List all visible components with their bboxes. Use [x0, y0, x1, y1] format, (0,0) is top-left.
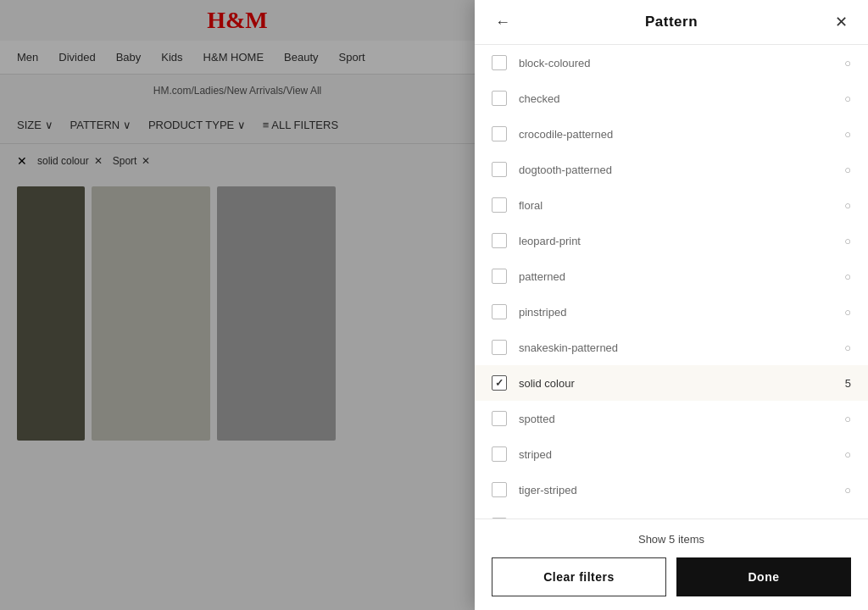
background-page: H&M Men Divided Baby Kids H&M HOME Beaut…	[0, 0, 475, 610]
filter-count: ○	[844, 57, 851, 69]
checkmark-icon: ✓	[495, 377, 504, 389]
back-button[interactable]: ←	[488, 10, 517, 35]
filter-count: ○	[844, 413, 851, 425]
filter-label: tiger-striped	[519, 484, 844, 496]
product-image-2	[92, 186, 210, 441]
close-icon-1: ✕	[17, 154, 27, 168]
hm-logo: H&M	[0, 0, 475, 41]
nav-beauty: Beauty	[284, 51, 318, 64]
list-item[interactable]: crocodile-patterned ○	[475, 116, 868, 152]
nav-hm-home: H&M HOME	[203, 51, 264, 64]
filter-count: ○	[844, 484, 851, 496]
filter-label: patterned	[519, 270, 844, 283]
checkbox-snakeskin[interactable]	[492, 340, 507, 355]
list-item[interactable]: snakeskin-patterned ○	[475, 330, 868, 365]
product-image-1	[17, 186, 85, 441]
close-button[interactable]: ✕	[828, 9, 854, 35]
filter-count: ○	[844, 128, 851, 141]
done-button[interactable]: Done	[676, 557, 851, 596]
product-images	[0, 178, 475, 449]
filter-count: ○	[844, 306, 851, 319]
nav-bar: Men Divided Baby Kids H&M HOME Beauty Sp…	[0, 41, 475, 75]
checkbox-floral[interactable]	[492, 197, 507, 213]
filter-label: checked	[519, 92, 844, 105]
filter-count: ○	[844, 164, 851, 176]
checkbox-solid-colour[interactable]: ✓	[492, 375, 507, 391]
checkbox-spotted[interactable]	[492, 411, 507, 426]
breadcrumb: HM.com/Ladies/New Arrivals/View All	[0, 75, 475, 107]
checkbox-dogtooth[interactable]	[492, 162, 507, 177]
filter-label: solid colour	[519, 377, 845, 390]
list-item[interactable]: pinstriped ○	[475, 294, 868, 330]
filter-count: 5	[845, 377, 851, 390]
list-item[interactable]: patterned ○	[475, 258, 868, 294]
pattern-list: block-coloured ○ checked ○ crocodile-pat…	[475, 45, 868, 518]
filter-label: block-coloured	[519, 57, 844, 69]
filter-count: ○	[844, 199, 851, 212]
active-filters: ✕ solid colour ✕ Sport ✕	[0, 144, 475, 178]
list-item[interactable]: striped ○	[475, 436, 868, 472]
list-item[interactable]: spotted ○	[475, 401, 868, 436]
filter-bar: SIZE ∨ PATTERN ∨ PRODUCT TYPE ∨ ≡ ALL FI…	[0, 107, 475, 144]
clear-filters-button[interactable]: Clear filters	[492, 557, 666, 596]
nav-sport: Sport	[339, 51, 365, 64]
filter-count: ○	[844, 448, 851, 461]
nav-men: Men	[17, 51, 38, 64]
filter-label: floral	[519, 199, 844, 212]
list-item[interactable]: tiger-striped ○	[475, 472, 868, 507]
pattern-filter: PATTERN ∨	[70, 119, 131, 131]
checkbox-block-coloured[interactable]	[492, 55, 507, 70]
filter-label: striped	[519, 448, 844, 461]
panel-footer: Show 5 items Clear filters Done	[475, 518, 868, 610]
filter-count: ○	[844, 92, 851, 105]
checkbox-checked[interactable]	[492, 91, 507, 106]
list-item-selected[interactable]: ✓ solid colour 5	[475, 365, 868, 401]
list-item[interactable]: floral ○	[475, 187, 868, 223]
checkbox-crocodile[interactable]	[492, 126, 507, 141]
filter-label: snakeskin-patterned	[519, 341, 844, 354]
panel-header: ← Pattern ✕	[475, 0, 868, 45]
list-item[interactable]: block-coloured ○	[475, 45, 868, 80]
checkbox-striped[interactable]	[492, 446, 507, 462]
solid-colour-tag: solid colour ✕	[37, 155, 103, 167]
pattern-filter-panel: ← Pattern ✕ block-coloured ○ checked ○ c…	[475, 0, 868, 610]
list-item[interactable]: tortoiseshell-patterned ○	[475, 507, 868, 518]
all-filters: ≡ ALL FILTERS	[263, 119, 338, 131]
list-item[interactable]: checked ○	[475, 80, 868, 116]
list-item[interactable]: dogtooth-patterned ○	[475, 152, 868, 187]
filter-count: ○	[844, 270, 851, 283]
checkbox-leopard[interactable]	[492, 233, 507, 248]
list-item[interactable]: leopard-print ○	[475, 223, 868, 258]
footer-buttons: Clear filters Done	[492, 557, 851, 596]
panel-title: Pattern	[645, 14, 698, 30]
filter-label: pinstriped	[519, 306, 844, 319]
remove-solid: ✕	[94, 155, 103, 167]
checkbox-tiger[interactable]	[492, 482, 507, 497]
remove-sport: ✕	[142, 155, 150, 167]
nav-baby: Baby	[116, 51, 142, 64]
checkbox-pinstriped[interactable]	[492, 304, 507, 319]
product-type-filter: PRODUCT TYPE ∨	[148, 119, 246, 131]
filter-label: leopard-print	[519, 235, 844, 247]
nav-kids: Kids	[161, 51, 182, 64]
filter-count: ○	[844, 341, 851, 354]
checkbox-patterned[interactable]	[492, 269, 507, 284]
filter-label: crocodile-patterned	[519, 128, 844, 141]
show-items-label: Show 5 items	[492, 533, 851, 546]
product-image-3	[217, 186, 336, 441]
size-filter: SIZE ∨	[17, 119, 53, 131]
filter-label: dogtooth-patterned	[519, 164, 844, 176]
nav-divided: Divided	[58, 51, 95, 64]
filter-label: spotted	[519, 413, 844, 425]
filter-count: ○	[844, 235, 851, 247]
sport-tag: Sport ✕	[113, 155, 151, 167]
